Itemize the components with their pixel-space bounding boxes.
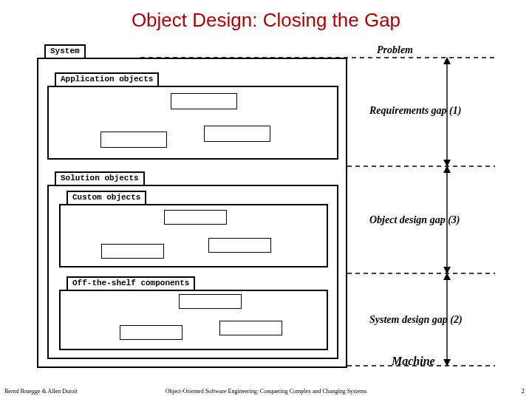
label-problem: Problem bbox=[377, 44, 413, 56]
app-box-top bbox=[171, 93, 237, 109]
label-sys-gap: System design gap (2) bbox=[369, 314, 463, 326]
label-obj-gap: Object design gap (3) bbox=[369, 214, 460, 226]
folder-system: System Application objects Solution obje… bbox=[37, 58, 347, 368]
folder-system-tab: System bbox=[44, 44, 86, 58]
folder-offshelf: Off-the-shelf components bbox=[59, 290, 328, 350]
custom-box-right bbox=[208, 238, 271, 253]
label-machine: Machine bbox=[392, 355, 435, 368]
slide-title: Object Design: Closing the Gap bbox=[0, 0, 532, 32]
diagram-stage: System Application objects Solution obje… bbox=[37, 44, 495, 369]
app-box-right bbox=[204, 126, 270, 142]
custom-box-left bbox=[101, 244, 164, 259]
footer-page: 2 bbox=[522, 387, 525, 395]
ots-box-top bbox=[179, 294, 242, 309]
folder-offshelf-tab: Off-the-shelf components bbox=[66, 276, 195, 290]
custom-box-top bbox=[164, 210, 227, 225]
folder-custom-tab: Custom objects bbox=[66, 191, 146, 204]
folder-custom: Custom objects bbox=[59, 204, 328, 267]
folder-application: Application objects bbox=[47, 86, 338, 160]
folder-application-tab: Application objects bbox=[55, 72, 159, 86]
ots-box-right bbox=[219, 321, 282, 335]
app-box-left bbox=[100, 132, 167, 148]
ots-box-left bbox=[120, 325, 183, 340]
label-req-gap: Requirements gap (1) bbox=[369, 105, 461, 117]
folder-solution-tab: Solution objects bbox=[55, 171, 145, 185]
folder-solution: Solution objects Custom objects Off-the-… bbox=[47, 185, 338, 359]
footer-book: Object-Oriented Software Engineering: Co… bbox=[0, 388, 532, 395]
